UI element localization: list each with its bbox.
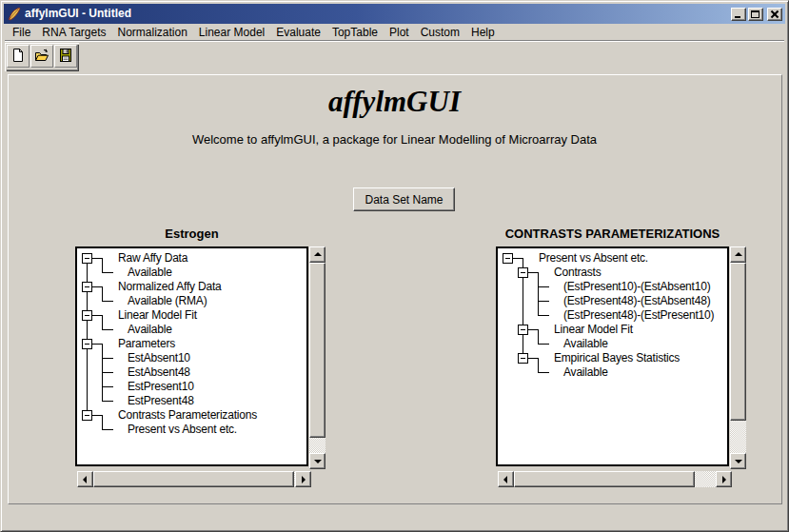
tree-node-label[interactable]: Contrasts Parameterizations	[118, 408, 257, 423]
left-tree-vertical-scrollbar[interactable]	[309, 246, 325, 469]
menu-item-linear-model[interactable]: Linear Model	[193, 25, 270, 40]
tree-connector-line	[538, 358, 539, 373]
tree-node-label[interactable]: Present vs Absent etc.	[128, 423, 237, 437]
right-tree-horizontal-scrollbar[interactable]	[498, 471, 732, 487]
menu-item-help[interactable]: Help	[465, 25, 501, 40]
tree-collapse-toggle[interactable]	[518, 267, 528, 278]
scroll-left-button[interactable]	[77, 471, 93, 487]
scroll-up-button[interactable]	[730, 246, 746, 263]
menu-item-custom[interactable]: Custom	[415, 25, 465, 40]
tree-connector-line	[538, 286, 549, 287]
right-tree-title: CONTRASTS PARAMETERIZATIONS	[496, 227, 729, 241]
dataset-name-button[interactable]: Data Set Name	[353, 187, 455, 211]
arrow-left-icon	[83, 476, 87, 483]
tree-node-label[interactable]: Contrasts	[554, 266, 602, 280]
tree-node-label[interactable]: Available	[563, 365, 608, 380]
tree-connector-line	[102, 258, 103, 273]
tree-connector-line	[538, 301, 549, 302]
tree-node-label[interactable]: Available (RMA)	[128, 294, 207, 308]
arrow-down-icon	[735, 460, 742, 463]
welcome-text: Welcome to affylmGUI, a package for Line…	[1, 132, 788, 147]
menu-item-toptable[interactable]: TopTable	[326, 25, 384, 40]
right-tree-vertical-scrollbar[interactable]	[730, 246, 746, 469]
titlebar[interactable]: affylmGUI - Untitled	[4, 4, 785, 24]
tree-node-label[interactable]: EstAbsent10	[128, 351, 190, 365]
tree-collapse-toggle[interactable]	[82, 339, 92, 349]
tree-connector-line	[538, 272, 539, 316]
scroll-right-button[interactable]	[716, 471, 732, 487]
open-file-button[interactable]	[30, 45, 53, 68]
save-file-button[interactable]	[54, 45, 77, 68]
new-file-button[interactable]	[7, 45, 30, 68]
arrow-right-icon	[722, 476, 726, 483]
tree-collapse-toggle[interactable]	[518, 353, 528, 364]
minimize-button[interactable]	[731, 8, 746, 21]
tree-connector-line	[538, 344, 549, 345]
tree-node-label[interactable]: Empirical Bayes Statistics	[554, 351, 680, 365]
tree-node-label[interactable]: Normalized Affy Data	[118, 280, 222, 294]
tree-collapse-toggle[interactable]	[82, 310, 92, 321]
tree-node-label[interactable]: Linear Model Fit	[118, 308, 197, 323]
tree-collapse-toggle[interactable]	[82, 282, 92, 292]
tree-connector-line	[102, 372, 113, 373]
menu-item-file[interactable]: File	[7, 25, 36, 40]
left-tree-horizontal-scrollbar[interactable]	[77, 471, 311, 487]
scroll-down-button[interactable]	[309, 453, 325, 469]
tree-node-label[interactable]: Parameters	[118, 337, 175, 351]
close-button[interactable]	[767, 8, 782, 21]
arrow-down-icon	[314, 460, 322, 463]
tree-connector-line	[102, 272, 113, 273]
left-tree[interactable]: AvailableRaw Affy DataAvailable (RMA)Nor…	[75, 246, 308, 466]
scrollbar-thumb[interactable]	[309, 263, 325, 438]
maximize-button[interactable]	[748, 8, 763, 21]
tree-collapse-toggle[interactable]	[82, 253, 92, 264]
tree-connector-line	[102, 301, 113, 302]
tree-node-label[interactable]: (EstPresent10)-(EstAbsent10)	[563, 280, 710, 294]
tree-collapse-toggle[interactable]	[82, 410, 92, 421]
scroll-right-button[interactable]	[295, 471, 311, 487]
scrollbar-thumb[interactable]	[93, 471, 294, 487]
arrow-left-icon	[503, 476, 507, 483]
minimize-icon	[735, 16, 740, 18]
tree-connector-line	[538, 329, 539, 345]
arrow-up-icon	[314, 252, 322, 256]
arrow-right-icon	[302, 476, 306, 483]
tree-collapse-toggle[interactable]	[503, 253, 513, 264]
scrollbar-thumb[interactable]	[514, 471, 695, 487]
tree-node-label[interactable]: Raw Affy Data	[118, 251, 187, 266]
menu-item-evaluate[interactable]: Evaluate	[270, 25, 326, 40]
app-window: affylmGUI - Untitled FileRNA TargetsNorm…	[0, 0, 789, 532]
app-title: affylmGUI	[1, 85, 788, 119]
tree-connector-line	[102, 286, 103, 302]
window-controls	[731, 8, 782, 21]
tree-node-label[interactable]: (EstPresent48)-(EstPresent10)	[563, 308, 714, 323]
scrollbar-thumb[interactable]	[730, 263, 746, 421]
scroll-up-button[interactable]	[309, 246, 325, 263]
tree-node-label[interactable]: Linear Model Fit	[554, 323, 633, 337]
right-tree-canvas[interactable]: (EstPresent10)-(EstAbsent10)(EstPresent4…	[498, 248, 727, 464]
menu-item-plot[interactable]: Plot	[384, 25, 415, 40]
left-tree-canvas[interactable]: AvailableRaw Affy DataAvailable (RMA)Nor…	[77, 248, 306, 464]
menu-item-rna-targets[interactable]: RNA Targets	[36, 25, 111, 40]
tk-feather-icon[interactable]	[7, 7, 22, 22]
tree-connector-line	[538, 372, 549, 373]
menubar: FileRNA TargetsNormalizationLinear Model…	[5, 25, 784, 41]
tree-node-label[interactable]: EstPresent10	[128, 380, 194, 394]
arrow-up-icon	[735, 252, 742, 256]
tree-node-label[interactable]: EstPresent48	[128, 394, 194, 408]
scroll-down-button[interactable]	[730, 453, 746, 469]
menu-item-normalization[interactable]: Normalization	[112, 25, 193, 40]
tree-node-label[interactable]: Available	[128, 266, 172, 280]
tree-collapse-toggle[interactable]	[518, 325, 528, 335]
tree-node-label[interactable]: Available	[128, 323, 172, 337]
window-title: affylmGUI - Untitled	[25, 4, 731, 24]
tree-connector-line	[102, 429, 113, 430]
toolbar-group	[5, 43, 79, 71]
scroll-left-button[interactable]	[498, 471, 514, 487]
tree-connector-line	[102, 386, 113, 387]
tree-node-label[interactable]: Available	[563, 337, 608, 351]
tree-node-label[interactable]: EstAbsent48	[128, 365, 190, 380]
tree-node-label[interactable]: (EstPresent48)-(EstAbsent48)	[563, 294, 710, 308]
right-tree[interactable]: (EstPresent10)-(EstAbsent10)(EstPresent4…	[496, 246, 729, 466]
tree-node-label[interactable]: Present vs Absent etc.	[539, 251, 648, 266]
